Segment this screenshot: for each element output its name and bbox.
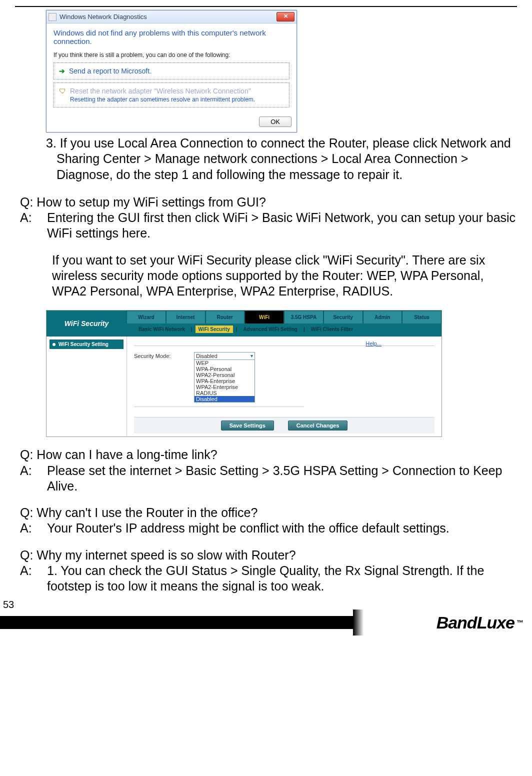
option-reset-title: Reset the network adapter "Wireless Netw…: [70, 87, 251, 95]
divider: [134, 346, 434, 346]
step-3-text: 3. If you use Local Area Connection to c…: [46, 136, 517, 182]
router-gui-screenshot: WiFi Security Wizard Internet Router WiF…: [46, 310, 442, 437]
a-label: A:: [20, 210, 47, 242]
sidebar-item-label: WiFi Security Setting: [58, 342, 108, 347]
sidebar-item-wifi-security-setting[interactable]: WiFi Security Setting: [50, 340, 124, 349]
a-wifi-setup-1: Entering the GUI first then click WiFi >…: [47, 210, 517, 242]
cancel-changes-button[interactable]: Cancel Changes: [288, 420, 348, 430]
close-icon[interactable]: ✕: [276, 12, 294, 22]
subtab-sep: |: [191, 326, 192, 332]
opt-wpa-personal[interactable]: WPA-Personal: [194, 366, 254, 372]
security-mode-label: Security Mode:: [134, 352, 194, 359]
router-main-tabs: Wizard Internet Router WiFi 3.5G HSPA Se…: [126, 310, 442, 324]
tab-router[interactable]: Router: [206, 310, 245, 324]
qa-wifi-setup: Q: How to setup my WiFi settings from GU…: [20, 194, 517, 300]
subtab-sep: |: [236, 326, 238, 332]
shield-icon: 🛡: [59, 87, 66, 95]
brand-text: BandLuxe: [436, 613, 514, 632]
subtab-basic-wifi[interactable]: Basic WiFi Network: [136, 326, 188, 333]
opt-wep[interactable]: WEP: [194, 360, 254, 366]
tab-status[interactable]: Status: [402, 310, 442, 324]
a-slow-internet: 1. You can check the GUI Status > Single…: [47, 563, 517, 594]
divider: [134, 406, 304, 407]
trademark-symbol: ™: [516, 618, 523, 626]
a-label: A:: [20, 520, 47, 536]
brand-logo: BandLuxe™: [353, 610, 532, 636]
page-number: 53: [0, 599, 532, 610]
option-reset-sub: Resetting the adapter can sometimes reso…: [70, 96, 255, 103]
router-sub-tabs: Basic WiFi Network | WiFi Security | Adv…: [126, 324, 442, 334]
tab-hspa[interactable]: 3.5G HSPA: [284, 310, 324, 324]
opt-wpa2-personal[interactable]: WPA2-Personal: [194, 372, 254, 378]
tab-wifi[interactable]: WiFi: [244, 310, 284, 324]
opt-wpa-enterprise[interactable]: WPA-Enterprise: [194, 378, 254, 384]
q-slow-internet: Q: Why my internet speed is so slow with…: [20, 548, 517, 563]
opt-radius[interactable]: RADIUS: [194, 390, 254, 396]
a-long-time-link: Please set the internet > Basic Setting …: [47, 463, 517, 494]
opt-disabled[interactable]: Disabled: [194, 396, 254, 402]
windows-diagnostics-dialog: Windows Network Diagnostics ✕ Windows di…: [46, 10, 297, 132]
step-3-prefix: 3.: [46, 136, 60, 150]
subtab-wifi-security[interactable]: WiFi Security: [196, 326, 233, 333]
dialog-message: Windows did not find any problems with t…: [54, 28, 290, 46]
option-send-report-label: Send a report to Microsoft.: [69, 67, 152, 75]
subtab-sep: |: [304, 326, 305, 332]
bullet-icon: [52, 343, 56, 346]
option-reset-adapter[interactable]: 🛡 Reset the network adapter "Wireless Ne…: [54, 82, 290, 108]
router-content: Help... Security Mode: Disabled ▾ WEP WP…: [127, 336, 442, 436]
security-mode-select[interactable]: Disabled ▾ WEP WPA-Personal WPA2-Persona…: [194, 352, 255, 402]
subtab-advanced-wifi[interactable]: Advanced WiFi Setting: [240, 326, 300, 333]
a-label: A:: [20, 563, 47, 594]
select-value: Disabled: [196, 353, 218, 359]
dialog-app-icon: [48, 13, 56, 21]
dialog-subtext: If you think there is still a problem, y…: [54, 52, 290, 58]
a-router-office: Your Router's IP address might be confli…: [47, 520, 517, 536]
arrow-right-icon: ➔: [59, 67, 65, 75]
opt-wpa2-enterprise[interactable]: WPA2-Enterprise: [194, 384, 254, 390]
q-long-time-link: Q: How can I have a long-time link?: [20, 447, 517, 462]
dialog-titlebar: Windows Network Diagnostics ✕: [46, 10, 296, 24]
ok-button[interactable]: OK: [259, 116, 292, 127]
router-section-title: WiFi Security: [46, 310, 126, 336]
option-send-report[interactable]: ➔ Send a report to Microsoft.: [54, 62, 290, 80]
dialog-button-row: OK: [46, 114, 296, 132]
chevron-down-icon: ▾: [250, 353, 253, 359]
q-wifi-setup: Q: How to setup my WiFi settings from GU…: [20, 194, 517, 210]
save-settings-button[interactable]: Save Settings: [221, 420, 274, 430]
help-link[interactable]: Help...: [366, 340, 382, 346]
q-router-office: Q: Why can't I use the Router in the off…: [20, 505, 517, 520]
router-button-bar: Save Settings Cancel Changes: [134, 417, 434, 434]
qa-long-time-link: Q: How can I have a long-time link? A: P…: [20, 447, 517, 494]
a-wifi-setup-2: If you want to set your WiFi Security pl…: [52, 252, 517, 300]
step-3-body: If you use Local Area Connection to conn…: [56, 136, 511, 182]
select-dropdown: WEP WPA-Personal WPA2-Personal WPA-Enter…: [194, 360, 254, 402]
subtab-clients-filter[interactable]: WiFi Clients Filter: [308, 326, 356, 333]
a-label: A:: [20, 463, 47, 494]
tab-security[interactable]: Security: [324, 310, 363, 324]
router-sidebar: WiFi Security Setting: [46, 336, 127, 436]
tab-wizard[interactable]: Wizard: [126, 310, 166, 324]
tab-internet[interactable]: Internet: [166, 310, 206, 324]
qa-router-office: Q: Why can't I use the Router in the off…: [20, 505, 517, 536]
footer-bar: [0, 616, 353, 629]
tab-admin[interactable]: Admin: [363, 310, 402, 324]
qa-slow-internet: Q: Why my internet speed is so slow with…: [20, 548, 517, 594]
page-footer: 53 BandLuxe™: [0, 599, 532, 636]
dialog-body: Windows did not find any problems with t…: [46, 24, 296, 114]
dialog-title: Windows Network Diagnostics: [60, 13, 276, 20]
